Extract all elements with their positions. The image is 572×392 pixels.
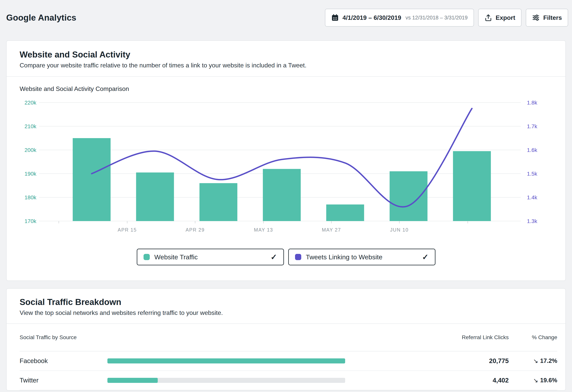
svg-text:MAY 27: MAY 27 <box>322 227 341 232</box>
svg-text:1.5k: 1.5k <box>527 171 538 177</box>
legend-label: Website Traffic <box>154 253 266 261</box>
source-label: Twitter <box>20 377 107 384</box>
svg-text:1.3k: 1.3k <box>527 218 538 224</box>
clicks-bar <box>107 378 345 383</box>
check-icon: ✓ <box>270 253 277 261</box>
svg-text:170k: 170k <box>24 218 36 224</box>
svg-text:APR 29: APR 29 <box>186 227 205 232</box>
social-breakdown-card: Social Traffic Breakdown View the top so… <box>6 288 566 391</box>
filters-label: Filters <box>543 14 562 21</box>
trend-down-icon: ↘ <box>533 377 538 384</box>
social-traffic-table: Social Traffic by Source Referral Link C… <box>7 324 565 390</box>
svg-text:210k: 210k <box>24 123 36 129</box>
svg-text:1.8k: 1.8k <box>527 100 538 106</box>
table-row-facebook: Facebook 20,775 ↘ 17.2% <box>20 351 557 371</box>
website-activity-header: Website and Social Activity Compare your… <box>7 41 565 77</box>
svg-text:190k: 190k <box>24 171 36 177</box>
date-range-comparison: vs 12/31/2018 – 3/31/2019 <box>406 15 468 21</box>
svg-text:1.7k: 1.7k <box>527 123 538 129</box>
svg-text:180k: 180k <box>24 195 36 200</box>
col-header-clicks: Referral Link Clicks <box>345 334 509 341</box>
legend-label: Tweets Linking to Website <box>306 253 417 261</box>
svg-text:MAY 13: MAY 13 <box>254 227 273 232</box>
svg-text:JUN 10: JUN 10 <box>390 227 409 232</box>
source-label: Facebook <box>20 357 107 365</box>
export-label: Export <box>496 14 515 21</box>
chart-legend: Website Traffic ✓ Tweets Linking to Webs… <box>20 249 552 265</box>
clicks-value: 20,775 <box>345 357 509 365</box>
check-icon: ✓ <box>422 253 429 261</box>
website-traffic-swatch-icon <box>143 254 150 260</box>
combo-chart: 220k1.8k210k1.7k200k1.6k190k1.5k180k1.4k… <box>20 97 543 239</box>
change-value: 19.6% <box>540 377 557 384</box>
social-breakdown-title: Social Traffic Breakdown <box>20 297 552 307</box>
svg-text:200k: 200k <box>24 147 36 153</box>
change-value: 17.2% <box>540 358 557 364</box>
date-range-button[interactable]: 4/1/2019 – 6/30/2019 vs 12/31/2018 – 3/3… <box>325 9 474 27</box>
website-activity-body: Website and Social Activity Comparison 2… <box>7 77 565 280</box>
website-activity-title: Website and Social Activity <box>20 50 552 59</box>
svg-text:1.6k: 1.6k <box>527 147 538 153</box>
legend-website-traffic[interactable]: Website Traffic ✓ <box>137 249 284 265</box>
website-activity-card: Website and Social Activity Compare your… <box>6 40 566 281</box>
clicks-value: 4,402 <box>345 377 509 384</box>
clicks-bar <box>107 359 345 363</box>
svg-text:APR 15: APR 15 <box>118 227 137 232</box>
filters-button[interactable]: Filters <box>526 9 568 27</box>
change-cell: ↘ 17.2% <box>509 358 557 365</box>
table-row-twitter: Twitter 4,402 ↘ 19.6% <box>20 371 557 390</box>
chart-title: Website and Social Activity Comparison <box>20 85 552 93</box>
social-breakdown-header: Social Traffic Breakdown View the top so… <box>7 289 565 324</box>
filters-icon <box>532 14 540 22</box>
export-button[interactable]: Export <box>478 9 522 27</box>
header-actions: 4/1/2019 – 6/30/2019 vs 12/31/2018 – 3/3… <box>325 9 568 27</box>
page-title: Google Analytics <box>6 13 76 23</box>
table-header-row: Social Traffic by Source Referral Link C… <box>20 324 557 351</box>
trend-down-icon: ↘ <box>533 358 538 365</box>
calendar-icon <box>331 14 339 22</box>
website-activity-subtitle: Compare your website traffic relative to… <box>20 62 552 69</box>
svg-text:220k: 220k <box>24 100 36 106</box>
page-header: Google Analytics 4/1/2019 – 6/30/2019 vs… <box>0 0 572 30</box>
col-header-source: Social Traffic by Source <box>20 334 107 341</box>
social-breakdown-subtitle: View the top social networks and website… <box>20 309 552 316</box>
change-cell: ↘ 19.6% <box>509 377 557 384</box>
date-range-primary: 4/1/2019 – 6/30/2019 <box>342 14 401 21</box>
col-header-change: % Change <box>509 334 557 341</box>
legend-tweets-linking[interactable]: Tweets Linking to Website ✓ <box>288 249 435 265</box>
export-icon <box>484 14 492 22</box>
tweets-swatch-icon <box>295 254 301 260</box>
svg-text:1.4k: 1.4k <box>527 195 538 200</box>
